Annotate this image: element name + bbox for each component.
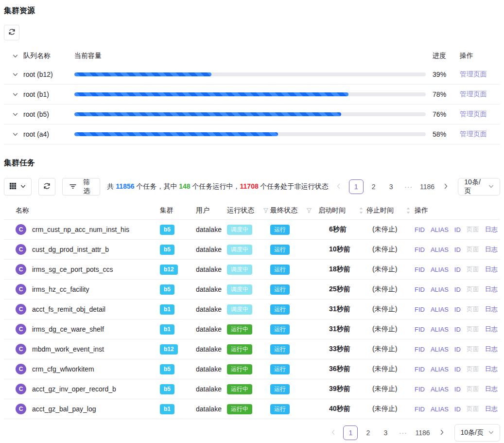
start-time: 31秒前 <box>318 305 366 314</box>
page-button-2[interactable]: 2 <box>361 425 375 440</box>
task-name: crm_cfg_wfworkitem <box>32 365 94 373</box>
progress-percent: 39% <box>427 71 456 78</box>
refresh-tasks-button[interactable] <box>38 178 55 195</box>
page-button-2[interactable]: 2 <box>366 179 381 194</box>
action-link[interactable]: FID <box>415 266 425 273</box>
sort-icon[interactable] <box>406 207 410 214</box>
task-name: acct_gz_inv_oper_record_b <box>32 385 116 393</box>
page-button-1[interactable]: 1 <box>343 425 358 440</box>
action-link[interactable]: ID <box>454 326 461 333</box>
run-status-tag: 运行中 <box>227 364 252 374</box>
action-link[interactable]: 日志 <box>485 345 498 354</box>
action-link[interactable]: ALIAS <box>431 226 449 233</box>
action-link[interactable]: ID <box>454 286 461 293</box>
action-link[interactable]: ID <box>454 266 461 273</box>
task-table-body: C crm_cust_np_acc_num_inst_his b5 datala… <box>4 220 500 419</box>
final-status-tag: 运行 <box>270 304 290 315</box>
action-link[interactable]: 日志 <box>485 305 498 314</box>
next-page-button[interactable] <box>435 425 450 440</box>
action-link[interactable]: FID <box>415 326 425 333</box>
task-row: C crm_cust_np_acc_num_inst_his b5 datala… <box>4 220 500 240</box>
summary-part: 共 <box>107 182 116 190</box>
action-link[interactable]: ID <box>454 406 461 413</box>
page-button-3[interactable]: 3 <box>378 425 393 440</box>
task-row: C cust_dg_prod_inst_attr_b b5 datalake 调… <box>4 240 500 260</box>
filter-funnel-icon[interactable] <box>263 208 269 213</box>
header-run-status: 运行状态 <box>227 206 254 215</box>
chevron-down-icon[interactable] <box>12 53 18 59</box>
action-link[interactable]: FID <box>415 286 425 293</box>
queue-table: 队列名称 当前容量 进度 操作 root (b12) 39% 管理页面 root <box>4 47 500 144</box>
sort-icon[interactable] <box>359 207 363 214</box>
action-link: 页面 <box>467 405 479 413</box>
manage-page-link[interactable]: 管理页面 <box>460 70 487 78</box>
action-link[interactable]: 日志 <box>485 325 498 334</box>
action-link[interactable]: 日志 <box>485 245 498 254</box>
task-row: C acct_gz_inv_oper_record_b b5 datalake … <box>4 379 500 399</box>
page-button-3[interactable]: 3 <box>384 179 399 194</box>
row-actions: FIDALIASID页面日志 <box>415 225 500 234</box>
capacity-progress-bar <box>74 92 426 96</box>
action-link[interactable]: ALIAS <box>431 326 449 333</box>
task-row: C irms_hz_cc_facility b5 datalake 调度中 运行… <box>4 280 500 300</box>
action-link[interactable]: ID <box>454 246 461 253</box>
chevron-down-icon <box>488 429 494 437</box>
summary-part: 个任务处于非运行状态 <box>259 182 329 190</box>
next-page-button[interactable] <box>438 179 453 194</box>
page-size-select[interactable]: 10条/页 <box>454 424 500 442</box>
action-link[interactable]: FID <box>415 346 425 353</box>
user-name: datalake <box>196 305 227 313</box>
action-link[interactable]: 日志 <box>485 265 498 274</box>
columns-config-button[interactable] <box>4 178 32 195</box>
page-button-last[interactable]: 1186 <box>419 179 436 194</box>
cluster-tag: b5 <box>160 384 174 394</box>
action-link[interactable]: ALIAS <box>431 286 449 293</box>
action-link[interactable]: 日志 <box>485 385 498 393</box>
page-ellipsis[interactable]: ··· <box>396 425 410 440</box>
action-link[interactable]: ALIAS <box>431 366 449 373</box>
manage-page-link[interactable]: 管理页面 <box>460 110 487 118</box>
filter-button[interactable]: 筛选 <box>62 178 100 195</box>
cluster-tag: b12 <box>160 344 178 354</box>
chevron-down-icon[interactable] <box>12 112 18 117</box>
manage-page-link[interactable]: 管理页面 <box>460 90 487 98</box>
chevron-down-icon[interactable] <box>12 72 18 77</box>
page-button-last[interactable]: 1186 <box>413 425 432 440</box>
page-ellipsis[interactable]: ··· <box>401 179 416 194</box>
action-link[interactable]: FID <box>415 306 425 313</box>
manage-page-link[interactable]: 管理页面 <box>460 130 487 138</box>
action-link[interactable]: FID <box>415 386 425 393</box>
refresh-button[interactable] <box>4 25 19 40</box>
action-link: 页面 <box>467 245 479 254</box>
action-link[interactable]: 日志 <box>485 405 498 413</box>
action-link[interactable]: ALIAS <box>431 346 449 353</box>
action-link[interactable]: ID <box>454 306 461 313</box>
run-status-tag: 运行中 <box>227 384 252 394</box>
action-link[interactable]: ID <box>454 366 461 373</box>
page-size-select[interactable]: 10条/页 <box>458 178 500 195</box>
action-link[interactable]: ALIAS <box>431 406 449 413</box>
action-link[interactable]: FID <box>415 406 425 413</box>
action-link[interactable]: 日志 <box>485 285 498 294</box>
action-link[interactable]: ALIAS <box>431 386 449 393</box>
action-link[interactable]: ALIAS <box>431 246 449 253</box>
action-link[interactable]: 日志 <box>485 365 498 373</box>
action-link[interactable]: ALIAS <box>431 266 449 273</box>
prev-page-button[interactable] <box>326 425 340 440</box>
action-link[interactable]: ID <box>454 226 461 233</box>
user-name: datalake <box>196 365 227 373</box>
action-link[interactable]: FID <box>415 246 425 253</box>
chevron-down-icon[interactable] <box>12 92 18 97</box>
action-link[interactable]: ID <box>454 346 461 353</box>
run-status-tag: 调度中 <box>227 245 252 255</box>
chevron-down-icon[interactable] <box>12 132 18 137</box>
action-link[interactable]: 日志 <box>485 225 498 234</box>
filter-funnel-icon[interactable] <box>306 208 312 213</box>
action-link[interactable]: FID <box>415 366 425 373</box>
queue-row: root (a4) 58% 管理页面 <box>4 124 500 144</box>
prev-page-button[interactable] <box>331 179 346 194</box>
action-link[interactable]: FID <box>415 226 425 233</box>
action-link[interactable]: ID <box>454 386 461 393</box>
action-link[interactable]: ALIAS <box>431 306 449 313</box>
page-button-1[interactable]: 1 <box>349 179 364 194</box>
